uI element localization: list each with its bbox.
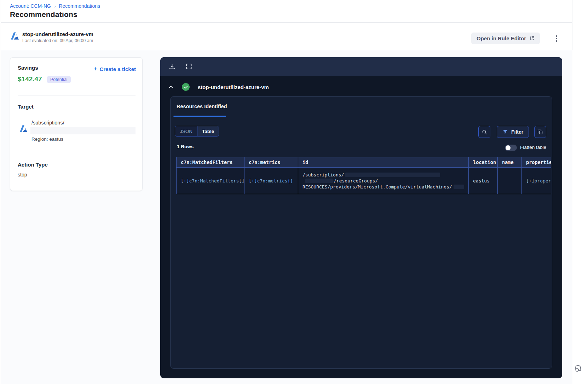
- breadcrumb-account-link[interactable]: Account: CCM-NG: [10, 3, 51, 9]
- page-title: Recommendations: [10, 10, 77, 19]
- collapse-chevron-button[interactable]: [167, 83, 175, 91]
- flatten-table-toggle[interactable]: [505, 145, 517, 151]
- card-divider: [18, 152, 136, 152]
- create-ticket-label: Create a ticket: [99, 66, 136, 72]
- action-type-label: Action Type: [18, 162, 48, 168]
- tab-resources-identified[interactable]: Resources Identified: [177, 104, 227, 109]
- rule-result-title: stop-underutilized-azure-vm: [198, 84, 269, 90]
- success-check-icon: [182, 83, 190, 91]
- breadcrumb-recommendations-link[interactable]: Recommendations: [59, 3, 100, 9]
- redacted-subscription-id: [345, 173, 440, 177]
- id-line-1: /subscriptions/: [302, 172, 344, 178]
- target-label: Target: [18, 104, 34, 110]
- azure-logo-icon: [10, 31, 19, 41]
- table-header-row: c7n:MatchedFilters c7n:metrics id locati…: [177, 157, 552, 168]
- plus-icon: +: [94, 65, 97, 72]
- chat-bubbles-icon: [574, 363, 584, 373]
- table-row: [+]c7n:MatchedFilters[] [+]c7n:metrics{}…: [177, 168, 552, 194]
- rule-results-panel: stop-underutilized-azure-vm Resources Id…: [160, 57, 562, 378]
- copy-icon: [537, 129, 543, 135]
- action-type-value: stop: [18, 172, 27, 178]
- savings-label: Savings: [18, 65, 38, 71]
- rule-last-evaluated: Last evaluated on: 09 Apr, 06:00 am: [22, 38, 93, 43]
- filter-label: Filter: [511, 129, 523, 135]
- card-divider: [18, 95, 136, 95]
- target-subscription-path: /subscriptions/: [31, 120, 64, 126]
- id-line-3: RESOURCES/providers/Microsoft.Compute/vi…: [302, 184, 452, 190]
- rows-count: 1 Rows: [177, 144, 194, 149]
- rule-header-divider: [1, 50, 572, 50]
- cell-matched-filters-expander[interactable]: [+]c7n:MatchedFilters[]: [177, 168, 244, 194]
- cell-name: [498, 168, 522, 194]
- open-in-rule-editor-label: Open in Rule Editor: [477, 35, 526, 41]
- chat-help-button[interactable]: [574, 363, 584, 373]
- chevron-up-icon: [168, 84, 174, 90]
- filter-funnel-icon: [502, 129, 508, 135]
- rule-name: stop-underutilized-azure-vm: [22, 31, 93, 37]
- target-region: Region: eastus: [31, 136, 63, 142]
- col-header-matched-filters: c7n:MatchedFilters: [177, 157, 244, 168]
- search-button[interactable]: [478, 126, 490, 138]
- resources-identified-panel: Resources Identified JSON Table Filter: [170, 96, 552, 369]
- fullscreen-icon: [185, 63, 192, 70]
- col-header-properties: properties: [522, 157, 552, 168]
- breadcrumb: Account: CCM-NG › Recommendations: [10, 3, 100, 9]
- filter-button[interactable]: Filter: [497, 126, 529, 138]
- cell-properties-expander[interactable]: [+]properties{}: [522, 168, 552, 194]
- results-toolbar: [160, 57, 562, 76]
- flatten-table-label: Flatten table: [520, 145, 546, 150]
- rule-result-header-row: stop-underutilized-azure-vm: [167, 82, 269, 92]
- fullscreen-button[interactable]: [184, 62, 194, 71]
- toggle-table-view[interactable]: Table: [197, 126, 219, 136]
- col-header-name: name: [498, 157, 522, 168]
- id-line-2: /resourceGroups/: [334, 178, 378, 184]
- download-icon: [168, 63, 176, 70]
- toggle-json-view[interactable]: JSON: [175, 126, 197, 136]
- col-header-metrics: c7n:metrics: [244, 157, 298, 168]
- external-link-icon: [529, 36, 535, 41]
- breadcrumb-separator-icon: ›: [54, 4, 56, 9]
- redacted-resource-group-prefix: [305, 179, 333, 183]
- header-divider: [1, 22, 572, 23]
- azure-logo-icon: [19, 124, 28, 133]
- recommendation-summary-card: Savings + Create a ticket $142.47 Potent…: [10, 57, 143, 191]
- kebab-dot: [556, 40, 557, 42]
- savings-potential-badge: Potential: [47, 76, 71, 83]
- toggle-knob: [506, 145, 511, 150]
- copy-button[interactable]: [534, 126, 546, 138]
- view-mode-toggle: JSON Table: [175, 126, 219, 136]
- cell-metrics-expander[interactable]: [+]c7n:metrics{}: [244, 168, 298, 194]
- target-row-stripe: [30, 127, 136, 134]
- resources-table-wrapper: c7n:MatchedFilters c7n:metrics id locati…: [176, 157, 551, 194]
- cell-location: eastus: [469, 168, 498, 194]
- redacted-vm-name: [454, 185, 464, 189]
- open-in-rule-editor-button[interactable]: Open in Rule Editor: [471, 33, 540, 44]
- search-icon: [482, 129, 488, 135]
- create-ticket-button[interactable]: + Create a ticket: [94, 65, 136, 72]
- cell-resource-id: /subscriptions/ /resourceGroups/ RESOURC…: [298, 168, 469, 194]
- more-options-kebab-button[interactable]: [551, 33, 562, 44]
- main-content-area: Account: CCM-NG › Recommendations Recomm…: [0, 0, 572, 384]
- col-header-location: location: [469, 157, 498, 168]
- savings-amount: $142.47: [18, 75, 42, 83]
- col-header-id: id: [298, 157, 469, 168]
- download-button[interactable]: [167, 62, 177, 71]
- active-tab-underline: [173, 116, 226, 117]
- kebab-dot: [556, 38, 557, 39]
- resources-table: c7n:MatchedFilters c7n:metrics id locati…: [176, 157, 551, 194]
- kebab-dot: [556, 35, 557, 37]
